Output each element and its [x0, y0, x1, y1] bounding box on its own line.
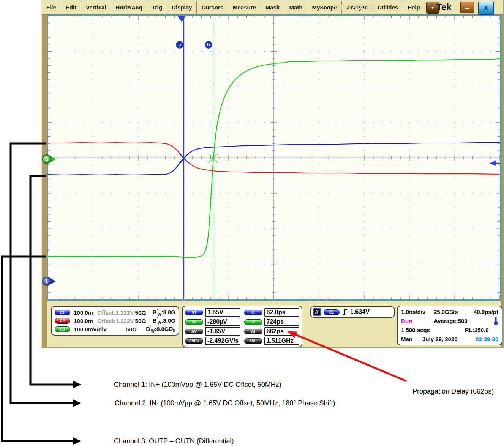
c2-termination: 50Ω: [135, 318, 153, 324]
cursor-a-letter: a: [179, 42, 181, 47]
cursor-a-label[interactable]: a: [176, 41, 183, 49]
oscilloscope-window: File Edit Vertical Horiz/Acq Trig Displa…: [41, 0, 504, 348]
time-label: 02:39:30: [476, 336, 498, 342]
trigger-position-marker[interactable]: [178, 16, 186, 22]
cursor-dvdt-badge[interactable]: ΔV/Δt: [185, 338, 203, 344]
cursor-t1-value: 62.0ps: [264, 308, 300, 317]
c3-scale: 100.0mV/div: [74, 326, 126, 333]
bezel-right: [501, 15, 504, 347]
acq-mode-row: Run Average:500: [401, 316, 498, 325]
acquisition-count: 1 500 acqs: [401, 327, 465, 333]
cursor-v2-row: V2 -280µV: [185, 318, 240, 326]
cursor-t1-row: t1 62.0ps: [244, 308, 300, 317]
c3-termination: 50Ω: [126, 326, 146, 333]
c3-sampling-mode: DS: [169, 325, 175, 333]
acq-count-row: 1 500 acqs RL:250.0: [401, 326, 498, 335]
average-count: Average:500: [434, 318, 468, 324]
cursor-dt-row: Δt 662ps: [244, 327, 300, 336]
menu-item-display[interactable]: Display: [167, 1, 197, 14]
c2-offset: Offset:1.222V: [97, 318, 135, 324]
menu-item-math[interactable]: Math: [284, 1, 307, 14]
channel-readout-c3: C3 100.0mV/div 50Ω B′W:8.0G DS: [55, 325, 175, 333]
menu-item-trig[interactable]: Trig: [147, 1, 167, 14]
menu-item-measure[interactable]: Measure: [228, 1, 261, 14]
channel-badge-c2[interactable]: C2: [55, 318, 70, 324]
screenshot-canvas: File Edit Vertical Horiz/Acq Trig Displa…: [0, 0, 504, 446]
cursor-t2-row: t2 724ps: [244, 318, 300, 326]
menu-bar: File Edit Vertical Horiz/Acq Trig Displa…: [42, 1, 503, 15]
cursor-dt-badge[interactable]: Δt: [244, 329, 262, 334]
rising-edge-icon: [342, 309, 348, 315]
caret-down-icon: ▼: [431, 6, 434, 10]
thermometer-icon: [493, 317, 498, 325]
menu-item-mask[interactable]: Mask: [261, 1, 285, 14]
menu-item-horiz-acq[interactable]: Horiz/Acq: [111, 1, 147, 14]
cursor-inv-dt-row: 1/Δt 1.511GHz: [244, 337, 300, 345]
sample-rate: 25.0GS/s: [434, 309, 472, 315]
menu-item-cursors[interactable]: Cursors: [197, 1, 228, 14]
record-length: RL:250.0: [465, 327, 489, 333]
cursor-v1-badge[interactable]: V1: [185, 310, 203, 315]
cursor-b-letter: b: [207, 42, 210, 47]
c1-offset: Offset:1.222V: [97, 309, 135, 316]
trigger-mode: Man: [401, 336, 422, 342]
cursor-readout-panel: V1 1.65V t1 62.0ps V2 -280µV t2 724ps ΔV…: [182, 306, 302, 347]
channel-badge-c3[interactable]: C3: [55, 326, 70, 332]
run-state: Run: [401, 318, 434, 324]
trigger-readout: A′ C1 1.634V: [310, 306, 395, 318]
cursor-dvdt-row: ΔV/Δt -2.492GV/s: [185, 337, 240, 345]
cursor-v1-value: 1.65V: [205, 308, 240, 317]
c1-termination: 50Ω: [135, 309, 153, 316]
annotation-arrowhead-channel-1: [73, 381, 81, 388]
cursor-dv-value: -1.65V: [205, 327, 240, 336]
c2-scale: 100.0m: [74, 318, 97, 324]
channel-readout-c2: C2 100.0m Offset:1.222V 50Ω B′W:8.0G: [55, 317, 175, 325]
cursor-inv-dt-badge[interactable]: 1/Δt: [244, 338, 262, 344]
menu-item-edit[interactable]: Edit: [61, 1, 81, 14]
trigger-level-value: 1.634V: [350, 309, 370, 315]
trigger-level-marker[interactable]: [490, 161, 500, 166]
cursor-t2-badge[interactable]: t2: [244, 319, 262, 325]
annotation-arrowhead-channel-2: [73, 399, 81, 407]
channel-badge-c1[interactable]: C1: [55, 310, 70, 315]
c2-bandwidth: B′W:8.0G: [153, 317, 175, 325]
cursor-t2-value: 724ps: [264, 318, 300, 326]
model-label: DPO70804C: [335, 3, 378, 12]
bezel-left: [42, 15, 47, 347]
menu-item-file[interactable]: File: [42, 1, 61, 14]
tek-logo: Tek: [436, 2, 452, 13]
acquisition-readout: 1.0ns/div 25.0GS/s 40.0ps/pt Run Average…: [397, 306, 502, 345]
horizontal-scale: 1.0ns/div: [401, 309, 434, 315]
sample-resolution: 40.0ps/pt: [474, 309, 498, 315]
cursor-v2-badge[interactable]: V2: [185, 319, 203, 325]
menu-item-vertical[interactable]: Vertical: [81, 1, 111, 14]
trigger-a-badge[interactable]: A′: [313, 308, 321, 316]
minimize-button[interactable]: –: [460, 2, 474, 13]
channel-1-reference-marker[interactable]: 1: [42, 277, 51, 286]
cursor-inv-dt-value: 1.511GHz: [264, 337, 300, 345]
cursor-dt-value: 662ps: [264, 327, 300, 336]
close-button[interactable]: X: [478, 2, 494, 15]
date-label: July 29, 2020: [422, 336, 458, 342]
cursor-dv-badge[interactable]: ΔV: [185, 329, 203, 334]
c1-scale: 100.0m: [74, 309, 97, 316]
annotation-propagation-delay: Propagation Delay (662ps): [412, 388, 494, 396]
channel-1-arrow-icon: [51, 279, 56, 284]
c3-bandwidth: B′W:8.0G: [146, 325, 169, 333]
annotation-arrowhead-channel-3: [73, 437, 81, 445]
cursor-b-label[interactable]: b: [205, 41, 212, 49]
annotation-channel-2: Channel 2: IN- (100mVpp @ 1.65V DC Offse…: [115, 399, 335, 407]
menu-item-help[interactable]: Help: [403, 1, 425, 14]
channel-3-arrow-icon: [51, 156, 56, 162]
graticule: [48, 16, 500, 299]
cursor-v1-row: V1 1.65V: [185, 308, 240, 317]
cursor-dvdt-value: -2.492GV/s: [205, 337, 240, 345]
channel-3-reference-marker[interactable]: 3: [42, 154, 51, 164]
c1-bandwidth: B′W:8.0G: [153, 309, 175, 317]
channel-settings-readout: C1 100.0m Offset:1.222V 50Ω B′W:8.0G C2 …: [51, 306, 179, 336]
cursor-v2-value: -280µV: [205, 318, 240, 326]
cursor-t1-badge[interactable]: t1: [244, 310, 262, 315]
annotation-channel-1: Channel 1: IN+ (100mVpp @ 1.65V DC Offse…: [114, 381, 281, 389]
cursor-dv-row: ΔV -1.65V: [185, 327, 240, 336]
trigger-source-badge[interactable]: C1: [324, 309, 340, 315]
